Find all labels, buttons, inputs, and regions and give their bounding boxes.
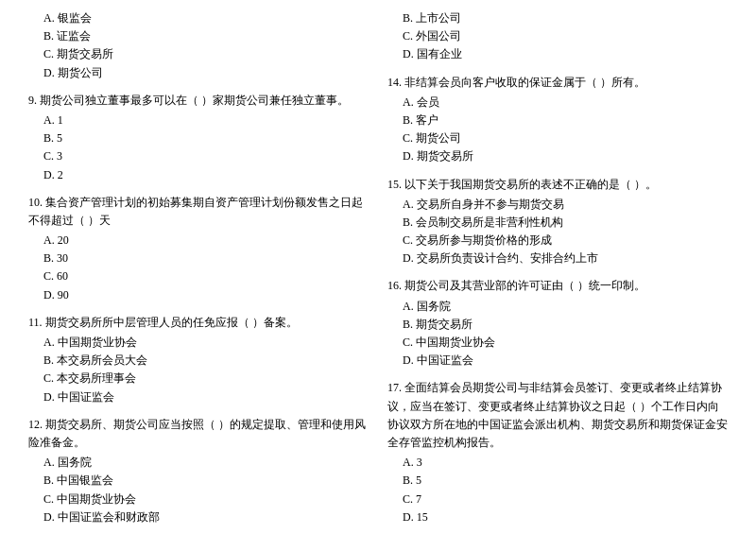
- option: D. 期货交易所: [387, 147, 728, 165]
- question-block: 16. 期货公司及其营业部的许可证由（ ）统一印制。A. 国务院B. 期货交易所…: [387, 277, 728, 370]
- option: A. 银监会: [28, 9, 369, 27]
- question-block: 9. 期货公司独立董事最多可以在（ ）家期货公司兼任独立董事。A. 1B. 5C…: [28, 92, 369, 184]
- option: A. 国务院: [387, 298, 728, 316]
- question-block: 17. 全面结算会员期货公司与非结算会员签订、变更或者终止结算协议，应当在签订、…: [387, 379, 728, 526]
- question-block: 12. 期货交易所、期货公司应当按照（ ）的规定提取、管理和使用风险准备金。A.…: [28, 416, 369, 526]
- option: D. 中国证监会: [387, 352, 728, 370]
- question-text: 16. 期货公司及其营业部的许可证由（ ）统一印制。: [387, 277, 728, 295]
- option: C. 7: [387, 491, 728, 508]
- question-block: B. 上市公司C. 外国公司D. 国有企业: [387, 9, 728, 64]
- option: A. 3: [387, 454, 728, 472]
- option: C. 中国期货业协会: [387, 334, 728, 352]
- question-text: 15. 以下关于我国期货交易所的表述不正确的是（ ）。: [387, 176, 728, 194]
- option: B. 证监会: [28, 27, 369, 45]
- option: B. 期货交易所: [387, 316, 728, 334]
- option: A. 1: [28, 112, 369, 129]
- question-text: 10. 集合资产管理计划的初始募集期自资产管理计划份额发售之日起不得超过（ ）天: [28, 194, 369, 230]
- question-block: 15. 以下关于我国期货交易所的表述不正确的是（ ）。A. 交易所自身并不参与期…: [387, 176, 728, 268]
- option: B. 30: [28, 250, 369, 267]
- option: D. 中国证监会: [28, 388, 369, 406]
- option: C. 期货交易所: [28, 45, 369, 63]
- option: C. 60: [28, 267, 369, 285]
- option: A. 中国期货业协会: [28, 334, 369, 352]
- option: C. 3: [28, 147, 369, 165]
- option: B. 本交易所会员大会: [28, 352, 369, 370]
- option: A. 交易所自身并不参与期货交易: [387, 196, 728, 214]
- question-block: 11. 期货交易所所中层管理人员的任免应报（ ）备案。A. 中国期货业协会B. …: [28, 314, 369, 406]
- question-block: 10. 集合资产管理计划的初始募集期自资产管理计划份额发售之日起不得超过（ ）天…: [28, 194, 369, 304]
- option: C. 中国期货业协会: [28, 491, 369, 508]
- option: B. 5: [387, 472, 728, 490]
- option: B. 5: [28, 129, 369, 147]
- option: D. 交易所负责设计合约、安排合约上市: [387, 250, 728, 267]
- page-content: A. 银监会B. 证监会C. 期货交易所D. 期货公司9. 期货公司独立董事最多…: [28, 9, 728, 534]
- option: C. 交易所参与期货价格的形成: [387, 232, 728, 250]
- option: D. 期货公司: [28, 64, 369, 82]
- question-text: 12. 期货交易所、期货公司应当按照（ ）的规定提取、管理和使用风险准备金。: [28, 416, 369, 452]
- right-column: B. 上市公司C. 外国公司D. 国有企业14. 非结算会员向客户收取的保证金属…: [387, 9, 728, 534]
- left-column: A. 银监会B. 证监会C. 期货交易所D. 期货公司9. 期货公司独立董事最多…: [28, 9, 369, 534]
- option: A. 国务院: [28, 454, 369, 472]
- option: B. 中国银监会: [28, 472, 369, 490]
- question-block: 14. 非结算会员向客户收取的保证金属于（ ）所有。A. 会员B. 客户C. 期…: [387, 74, 728, 166]
- option: D. 2: [28, 166, 369, 184]
- question-block: A. 银监会B. 证监会C. 期货交易所D. 期货公司: [28, 9, 369, 82]
- option: D. 90: [28, 286, 369, 304]
- option: D. 15: [387, 508, 728, 526]
- option: C. 本交易所理事会: [28, 370, 369, 388]
- option: B. 客户: [387, 112, 728, 129]
- main-columns: A. 银监会B. 证监会C. 期货交易所D. 期货公司9. 期货公司独立董事最多…: [28, 9, 728, 534]
- question-text: 14. 非结算会员向客户收取的保证金属于（ ）所有。: [387, 74, 728, 92]
- question-text: 17. 全面结算会员期货公司与非结算会员签订、变更或者终止结算协议，应当在签订、…: [387, 379, 728, 452]
- question-text: 9. 期货公司独立董事最多可以在（ ）家期货公司兼任独立董事。: [28, 92, 369, 110]
- question-text: 11. 期货交易所所中层管理人员的任免应报（ ）备案。: [28, 314, 369, 332]
- option: D. 国有企业: [387, 45, 728, 63]
- option: C. 期货公司: [387, 129, 728, 147]
- option: C. 外国公司: [387, 27, 728, 45]
- option: B. 会员制交易所是非营利性机构: [387, 214, 728, 232]
- option: D. 中国证监会和财政部: [28, 508, 369, 526]
- option: B. 上市公司: [387, 9, 728, 27]
- option: A. 会员: [387, 94, 728, 112]
- option: A. 20: [28, 232, 369, 250]
